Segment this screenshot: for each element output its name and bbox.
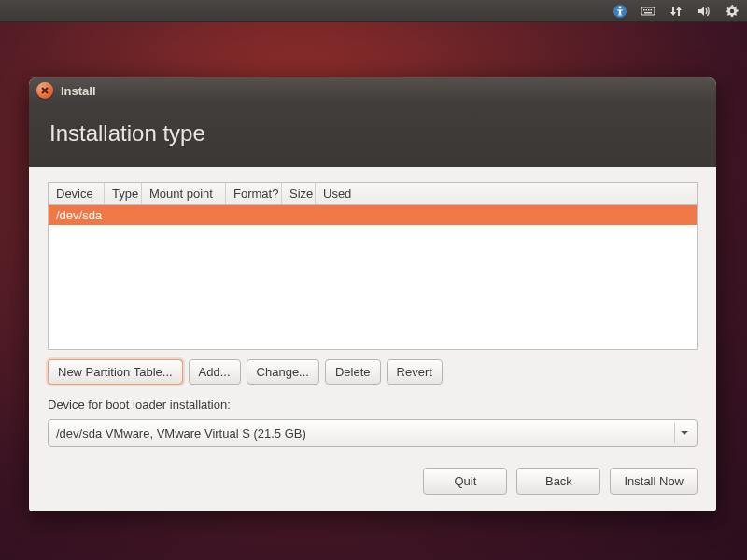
partition-toolbar: New Partition Table... Add... Change... … xyxy=(48,359,698,385)
svg-rect-2 xyxy=(641,7,655,15)
page-header: Installation type xyxy=(29,104,716,167)
col-size[interactable]: Size xyxy=(282,183,316,204)
window-title: Install xyxy=(61,84,96,98)
gear-icon[interactable] xyxy=(725,4,740,19)
col-device[interactable]: Device xyxy=(49,183,105,204)
bootloader-value: /dev/sda VMware, VMware Virtual S (21.5 … xyxy=(56,427,674,441)
svg-rect-3 xyxy=(643,9,645,11)
quit-button[interactable]: Quit xyxy=(423,468,507,495)
delete-button[interactable]: Delete xyxy=(325,359,381,385)
col-format[interactable]: Format? xyxy=(226,183,282,204)
col-used[interactable]: Used xyxy=(316,183,697,204)
table-body: /dev/sda xyxy=(49,205,697,349)
svg-point-1 xyxy=(619,6,622,8)
table-row[interactable]: /dev/sda xyxy=(49,205,697,225)
install-now-button[interactable]: Install Now xyxy=(610,468,698,495)
svg-rect-6 xyxy=(651,9,653,11)
change-button[interactable]: Change... xyxy=(247,359,319,385)
table-header: Device Type Mount point Format? Size Use… xyxy=(49,183,697,205)
install-window: Install Installation type Device Type Mo… xyxy=(29,77,716,511)
col-mount[interactable]: Mount point xyxy=(142,183,226,204)
bootloader-device-select[interactable]: /dev/sda VMware, VMware Virtual S (21.5 … xyxy=(48,419,698,447)
keyboard-icon[interactable] xyxy=(641,4,655,19)
partition-table[interactable]: Device Type Mount point Format? Size Use… xyxy=(48,182,698,350)
chevron-down-icon xyxy=(674,423,693,443)
svg-point-8 xyxy=(730,8,734,12)
top-panel xyxy=(0,0,747,22)
window-body: Device Type Mount point Format? Size Use… xyxy=(29,167,716,511)
close-button[interactable] xyxy=(36,82,53,99)
page-title: Installation type xyxy=(49,120,696,147)
row-device: /dev/sda xyxy=(56,208,102,222)
titlebar: Install xyxy=(29,77,716,104)
bootloader-label: Device for boot loader installation: xyxy=(48,398,698,412)
svg-rect-7 xyxy=(644,12,652,14)
back-button[interactable]: Back xyxy=(516,468,600,495)
accessibility-icon[interactable] xyxy=(613,4,627,19)
col-type[interactable]: Type xyxy=(105,183,142,204)
revert-button[interactable]: Revert xyxy=(387,359,443,385)
add-button[interactable]: Add... xyxy=(189,359,241,385)
new-partition-table-button[interactable]: New Partition Table... xyxy=(48,359,183,385)
wizard-footer: Quit Back Install Now xyxy=(48,468,698,495)
network-icon[interactable] xyxy=(669,4,684,19)
volume-icon[interactable] xyxy=(697,4,712,19)
svg-rect-4 xyxy=(646,9,648,11)
svg-rect-5 xyxy=(648,9,650,11)
